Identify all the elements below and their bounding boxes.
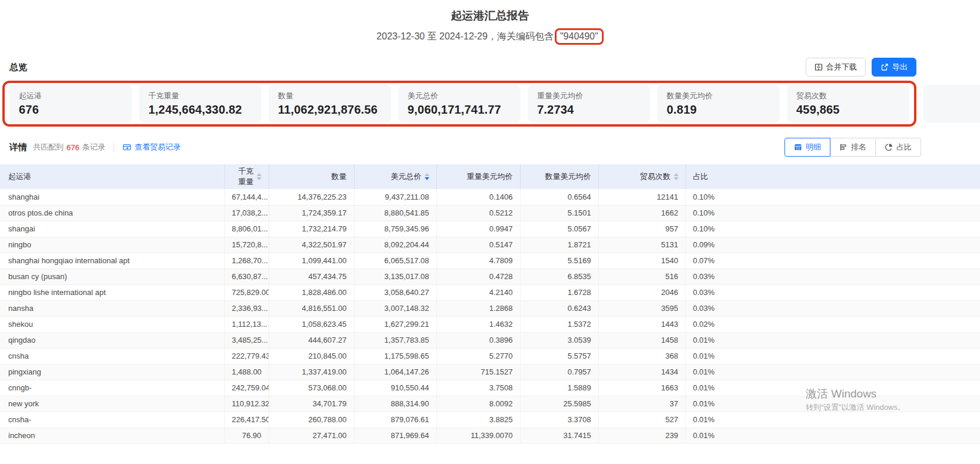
- col-header-usd-total[interactable]: 美元总价: [354, 164, 436, 189]
- cell-kg-weight: 2,336,93...: [224, 300, 269, 316]
- cell-quantity: 1,058,623.45: [269, 316, 354, 332]
- cell-share: 0.03%: [686, 284, 980, 300]
- cell-usd-per-qty: 0.6243: [520, 300, 598, 316]
- cell-port: cnsha: [0, 348, 224, 364]
- cell-quantity: 34,701.79: [269, 396, 354, 412]
- summary-card-label: 起运港: [19, 91, 122, 101]
- cell-usd-per-weight: 4.2140: [436, 284, 520, 300]
- overview-bar: 总览 合并下载 导出: [9, 58, 971, 77]
- table-row[interactable]: shanghai hongqiao international apt1,268…: [0, 253, 980, 269]
- table-row[interactable]: cnngb-242,759.04573,068.00910,550.443.75…: [0, 380, 980, 396]
- cell-port: ningbo: [0, 237, 224, 253]
- cell-usd-total: 8,092,204.44: [354, 237, 436, 253]
- cell-kg-weight: 8,806,01...: [224, 221, 269, 237]
- tab-share-label: 占比: [896, 142, 912, 153]
- cell-usd-total: 1,064,147.26: [354, 364, 436, 380]
- cell-trade-count: 1443: [598, 316, 686, 332]
- summary-card-label: 美元总价: [408, 91, 511, 101]
- summary-card-label: 千克重量: [148, 91, 252, 101]
- tab-detail[interactable]: 明细: [784, 138, 830, 157]
- sort-icons[interactable]: [257, 173, 261, 180]
- table-row[interactable]: nansha2,336,93...4,816,551.003,007,148.3…: [0, 300, 980, 316]
- table-row[interactable]: shangai8,806,01...1,732,214.798,759,345.…: [0, 221, 980, 237]
- merge-download-button[interactable]: 合并下载: [806, 58, 866, 77]
- cell-kg-weight: 226,417.50: [224, 412, 269, 427]
- table-row[interactable]: pingxiang1,488.001,337,419.001,064,147.2…: [0, 364, 980, 380]
- table-header: 起运港 千克重量 数量 美元总价 重量美元均价 数量美元均价: [0, 164, 980, 189]
- cell-usd-per-qty: 31.7415: [520, 427, 598, 443]
- table-row[interactable]: shekou1,112,13...1,058,623.451,627,299.2…: [0, 316, 980, 332]
- report-page: 起运港汇总报告 2023-12-30 至 2024-12-29，海关编码包含"9…: [0, 0, 980, 464]
- cell-port: shangai: [0, 221, 224, 237]
- page-title: 起运港汇总报告: [0, 8, 980, 24]
- cell-usd-per-weight: 715.1527: [436, 364, 520, 380]
- cell-quantity: 27,471.00: [269, 427, 354, 443]
- cell-trade-count: 1662: [598, 205, 686, 221]
- col-header-quantity: 数量: [269, 164, 354, 189]
- cell-share: 0.01%: [686, 348, 980, 364]
- cell-port: shanghai: [0, 189, 224, 205]
- cell-usd-per-qty: 5.0567: [520, 221, 598, 237]
- details-section-label: 详情: [9, 142, 27, 153]
- cell-usd-per-weight: 0.5212: [436, 205, 520, 221]
- table-row[interactable]: shanghai67,144,4...14,376,225.239,437,21…: [0, 189, 980, 205]
- sort-icons[interactable]: [425, 173, 429, 180]
- summary-card-partial: [923, 85, 980, 122]
- overview-actions: 合并下载 导出: [806, 58, 916, 77]
- report-header: 起运港汇总报告 2023-12-30 至 2024-12-29，海关编码包含"9…: [0, 0, 980, 45]
- col-header-trade-count[interactable]: 贸易次数: [598, 164, 686, 189]
- cell-share: 0.02%: [686, 316, 980, 332]
- table-row[interactable]: qingdao3,485,25...444,607.271,357,783.85…: [0, 332, 980, 348]
- cell-quantity: 14,376,225.23: [269, 189, 354, 205]
- cell-usd-per-weight: 0.5147: [436, 237, 520, 253]
- table-row[interactable]: cnsha222,779.43210,845.001,175,598.655.2…: [0, 348, 980, 364]
- table-row[interactable]: cnsha-226,417.50260,788.00879,076.613.88…: [0, 412, 980, 427]
- view-trade-records-link[interactable]: 查看贸易记录: [122, 142, 181, 153]
- tab-ranking[interactable]: 排名: [830, 138, 876, 157]
- cell-share: 0.01%: [686, 332, 980, 348]
- summary-card: 千克重量 1,245,664,330.82: [139, 85, 261, 122]
- table-row[interactable]: ningbo lishe international apt725,829.00…: [0, 284, 980, 300]
- hs-code-annotation-box: "940490": [555, 28, 604, 45]
- cell-usd-total: 1,627,299.21: [354, 316, 436, 332]
- cell-quantity: 1,724,359.17: [269, 205, 354, 221]
- cell-usd-total: 8,759,345.96: [354, 221, 436, 237]
- cell-port: incheon: [0, 427, 224, 443]
- cell-share: 0.10%: [686, 221, 980, 237]
- cell-trade-count: 1458: [598, 332, 686, 348]
- table-row[interactable]: ningbo15,720,8...4,322,501.978,092,204.4…: [0, 237, 980, 253]
- summary-card-value: 0.819: [667, 101, 770, 118]
- cell-quantity: 260,788.00: [269, 412, 354, 427]
- cell-kg-weight: 242,759.04: [224, 380, 269, 396]
- cell-kg-weight: 67,144,4...: [224, 189, 269, 205]
- cell-kg-weight: 3,485,25...: [224, 332, 269, 348]
- cell-usd-per-weight: 0.1406: [436, 189, 520, 205]
- cell-usd-total: 888,314.90: [354, 396, 436, 412]
- cell-quantity: 210,845.00: [269, 348, 354, 364]
- cell-usd-per-weight: 0.4728: [436, 269, 520, 284]
- cell-quantity: 573,068.00: [269, 380, 354, 396]
- cell-quantity: 1,337,419.00: [269, 364, 354, 380]
- cell-usd-per-qty: 5.1501: [520, 205, 598, 221]
- tab-ranking-label: 排名: [851, 142, 866, 153]
- cell-usd-per-qty: 0.7957: [520, 364, 598, 380]
- cell-port: ningbo lishe international apt: [0, 284, 224, 300]
- cell-usd-total: 8,880,541.85: [354, 205, 436, 221]
- summary-card: 美元总价 9,060,171,741.77: [398, 85, 521, 122]
- sort-icons[interactable]: [674, 173, 678, 180]
- cell-port: busan cy (pusan): [0, 269, 224, 284]
- table-row[interactable]: new york110,912.3234,701.79888,314.908.0…: [0, 396, 980, 412]
- cell-usd-total: 1,357,783.85: [354, 332, 436, 348]
- export-button[interactable]: 导出: [872, 58, 916, 77]
- cell-usd-per-weight: 5.2770: [436, 348, 520, 364]
- cell-share: 0.03%: [686, 269, 980, 284]
- table-row[interactable]: otros ptos.de china17,038,2...1,724,359.…: [0, 205, 980, 221]
- cell-usd-per-weight: 4.7809: [436, 253, 520, 269]
- cell-kg-weight: 15,720,8...: [224, 237, 269, 253]
- table-row[interactable]: busan cy (pusan)6,630,87...457,434.753,1…: [0, 269, 980, 284]
- col-header-kg-weight[interactable]: 千克重量: [224, 164, 269, 189]
- table-row[interactable]: incheon76.9027,471.00871,969.6411,339.00…: [0, 427, 980, 443]
- tab-share[interactable]: 占比: [875, 138, 921, 157]
- cell-trade-count: 516: [598, 269, 686, 284]
- cell-usd-total: 3,058,640.27: [354, 284, 436, 300]
